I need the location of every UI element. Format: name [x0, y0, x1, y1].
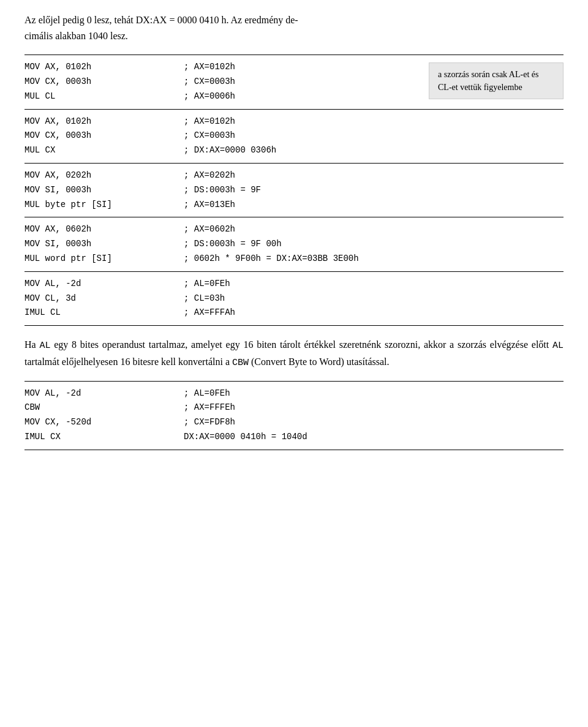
code-comment: ; AX=FFFEh: [184, 401, 564, 415]
code-instr: CBW: [24, 401, 184, 415]
code-comment: ; AX=013Eh: [184, 198, 564, 213]
code-block-5: MOV AL, -2d ; AL=0FEh MOV CL, 3d ; CL=03…: [24, 272, 564, 326]
code-row: MOV CX, -520d ; CX=FDF8h: [24, 415, 564, 430]
code-row: MOV SI, 0003h ; DS:0003h = 9F: [24, 183, 564, 198]
keyword-al2: AL: [552, 341, 564, 351]
code-comment: ; AX=0102h: [184, 115, 564, 129]
code-instr: MUL byte ptr [SI]: [24, 198, 184, 213]
code-instr: MOV CX, 0003h: [24, 75, 184, 89]
code-comment: ; AX=0102h: [184, 60, 429, 75]
code-row: MOV CL, 3d ; CL=03h: [24, 292, 564, 306]
code-row: MOV AX, 0102h ; AX=0102h: [24, 60, 429, 75]
code-row: IMUL CL ; AX=FFFAh: [24, 306, 564, 320]
code-instr: MUL CL: [24, 89, 184, 104]
code-block-3: MOV AX, 0202h ; AX=0202h MOV SI, 0003h ;…: [24, 164, 564, 217]
code-row: MOV AL, -2d ; AL=0FEh: [24, 277, 564, 292]
keyword-to: to: [309, 356, 317, 367]
code-row: MOV AL, -2d ; AL=0FEh: [24, 386, 564, 401]
code-comment: ; CL=03h: [184, 292, 564, 306]
intro-line2: cimális alakban 1040 lesz.: [24, 31, 128, 41]
code-comment: ; AL=0FEh: [184, 277, 564, 292]
code-comment: ; AX=0202h: [184, 168, 564, 183]
code-instr: IMUL CL: [24, 306, 184, 320]
code-comment: ; CX=0003h: [184, 75, 429, 89]
code-comment: ; AX=FFFAh: [184, 306, 564, 320]
code-block-1-left: MOV AX, 0102h ; AX=0102h MOV CX, 0003h ;…: [24, 60, 429, 104]
code-comment: ; AL=0FEh: [184, 386, 564, 401]
code-row: MUL CX ; DX:AX=0000 0306h: [24, 143, 564, 158]
code-comment: ; CX=FDF8h: [184, 415, 564, 430]
code-comment: ; DS:0003h = 9F: [184, 183, 564, 198]
code-row: MOV CX, 0003h ; CX=0003h: [24, 75, 429, 89]
code-instr: MOV AX, 0602h: [24, 222, 184, 237]
code-instr: MOV SI, 0003h: [24, 183, 184, 198]
intro-paragraph: Az előjel pedig 0 lesz, tehát DX:AX = 00…: [24, 12, 564, 43]
code-comment: DX:AX=0000 0410h = 1040d: [184, 430, 564, 445]
code-instr: MOV AX, 0102h: [24, 115, 184, 129]
code-row: MOV SI, 0003h ; DS:0003h = 9F 00h: [24, 237, 564, 252]
code-row: CBW ; AX=FFFEh: [24, 401, 564, 415]
code-instr: MOV AX, 0202h: [24, 168, 184, 183]
body-text: Ha AL egy 8 bites operandust tartalmaz, …: [24, 337, 564, 371]
code-comment: ; DX:AX=0000 0306h: [184, 143, 564, 158]
keyword-al: AL: [39, 341, 50, 351]
code-row: MOV CX, 0003h ; CX=0003h: [24, 129, 564, 143]
code-comment: ; CX=0003h: [184, 129, 564, 143]
code-row: MUL byte ptr [SI] ; AX=013Eh: [24, 198, 564, 213]
code-comment: ; AX=0006h: [184, 89, 429, 104]
code-row: MUL CL ; AX=0006h: [24, 89, 429, 104]
code-instr: MOV AX, 0102h: [24, 60, 184, 75]
code-instr: MUL CX: [24, 143, 184, 158]
code-comment: ; DS:0003h = 9F 00h: [184, 237, 564, 252]
code-comment: ; 0602h * 9F00h = DX:AX=03BB 3E00h: [184, 252, 564, 266]
code-instr: MOV AL, -2d: [24, 277, 184, 292]
code-instr: MOV CX, -520d: [24, 415, 184, 430]
keyword-cbw: CBW: [232, 358, 249, 368]
code-row: IMUL CX DX:AX=0000 0410h = 1040d: [24, 430, 564, 445]
code-instr: MOV CL, 3d: [24, 292, 184, 306]
code-row: MOV AX, 0202h ; AX=0202h: [24, 168, 564, 183]
code-block-2: MOV AX, 0102h ; AX=0102h MOV CX, 0003h ;…: [24, 110, 564, 164]
code-instr: MOV AL, -2d: [24, 386, 184, 401]
code-instr: IMUL CX: [24, 430, 184, 445]
code-note: a szorzás során csak AL-et és CL-et vett…: [429, 62, 564, 99]
code-block-1: MOV AX, 0102h ; AX=0102h MOV CX, 0003h ;…: [24, 55, 564, 109]
code-block-4: MOV AX, 0602h ; AX=0602h MOV SI, 0003h ;…: [24, 217, 564, 271]
code-instr: MOV SI, 0003h: [24, 237, 184, 252]
code-row: MUL word ptr [SI] ; 0602h * 9F00h = DX:A…: [24, 252, 564, 266]
code-comment: ; AX=0602h: [184, 222, 564, 237]
code-instr: MUL word ptr [SI]: [24, 252, 184, 266]
code-row: MOV AX, 0102h ; AX=0102h: [24, 115, 564, 129]
code-row: MOV AX, 0602h ; AX=0602h: [24, 222, 564, 237]
intro-line1: Az előjel pedig 0 lesz, tehát DX:AX = 00…: [24, 15, 298, 25]
code-instr: MOV CX, 0003h: [24, 129, 184, 143]
code-block-6: MOV AL, -2d ; AL=0FEh CBW ; AX=FFFEh MOV…: [24, 381, 564, 450]
